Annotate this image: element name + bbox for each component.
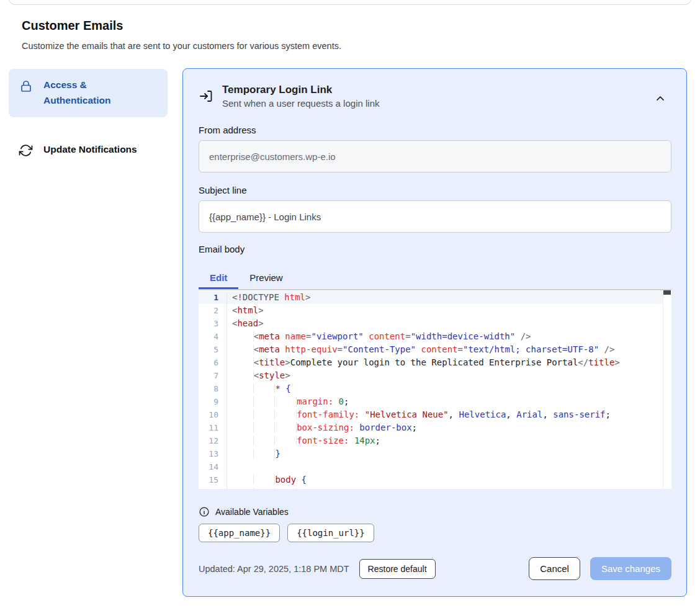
variable-chips: {{app_name}}{{login_url}} [199, 524, 671, 542]
line-number: 15 [199, 473, 227, 486]
line-number: 6 [199, 356, 227, 369]
line-number: 10 [199, 408, 227, 421]
code-line[interactable]: 6 <title>Complete your login to the Repl… [199, 356, 671, 369]
code-line-content: <!DOCTYPE html> [227, 291, 310, 304]
subject-line-input[interactable] [199, 200, 671, 233]
previous-card-edge [9, 0, 691, 5]
code-line-content: <meta http-equiv="Content-Type" content=… [227, 343, 614, 356]
line-number: 8 [199, 382, 227, 395]
code-line-content: * { [227, 382, 291, 395]
code-line-content: box-sizing: border-box; [227, 421, 417, 434]
code-line[interactable]: 4 <meta name="viewport" content="width=d… [199, 330, 671, 343]
code-line-content: <head> [227, 317, 264, 330]
code-line-content: <meta name="viewport" content="width=dev… [227, 330, 531, 343]
login-icon [199, 89, 213, 104]
panel-title: Temporary Login Link [222, 84, 379, 96]
code-line[interactable]: 8 * { [199, 382, 671, 395]
page-title: Customer Emails [22, 19, 123, 33]
line-number: 12 [199, 434, 227, 447]
code-line[interactable]: 1<!DOCTYPE html> [199, 291, 671, 304]
available-variables-row: Available Variables [199, 506, 671, 517]
updated-timestamp: Updated: Apr 29, 2025, 1:18 PM MDT [199, 564, 349, 574]
editor-scrollbar-thumb[interactable] [663, 290, 671, 295]
panel-footer: Updated: Apr 29, 2025, 1:18 PM MDT Resto… [199, 557, 671, 580]
code-line-content: margin: 0; [227, 395, 349, 408]
code-line[interactable]: 5 <meta http-equiv="Content-Type" conten… [199, 343, 671, 356]
email-body-label: Email body [199, 244, 671, 254]
code-line[interactable]: 2<html> [199, 304, 671, 317]
sidebar: Access & AuthenticationUpdate Notificati… [9, 69, 168, 167]
sidebar-item-update-notifications[interactable]: Update Notifications [9, 133, 168, 167]
subject-line-label: Subject line [199, 185, 671, 195]
code-line-content: <html> [227, 304, 264, 317]
editor-scrollbar[interactable] [663, 290, 671, 489]
code-line-content: <style> [227, 369, 290, 382]
code-line-content: } [227, 447, 280, 460]
sync-icon [19, 143, 34, 158]
code-line-content: font-size: 14px; [227, 434, 380, 447]
code-line-content: font-family: "Helvetica Neue", Helvetica… [227, 408, 611, 421]
editor-tabs: EditPreview [199, 267, 671, 289]
from-address-label: From address [199, 125, 671, 135]
code-line[interactable]: 3<head> [199, 317, 671, 330]
line-number: 2 [199, 304, 227, 317]
save-changes-button[interactable]: Save changes [590, 557, 671, 580]
line-number: 13 [199, 447, 227, 460]
code-line[interactable]: 11 box-sizing: border-box; [199, 421, 671, 434]
code-line[interactable]: 16 background-color: #ffffff; [199, 486, 671, 489]
chevron-up-icon[interactable] [654, 92, 666, 105]
panel-header: Temporary Login Link Sent when a user re… [199, 84, 671, 109]
restore-default-button[interactable]: Restore default [359, 559, 436, 579]
panel-subtitle: Sent when a user requests a login link [222, 98, 379, 109]
code-line-content: <title>Complete your login to the Replic… [227, 356, 620, 369]
line-number: 11 [199, 421, 227, 434]
code-line-content: body { [227, 473, 307, 486]
line-number: 14 [199, 460, 227, 473]
code-line[interactable]: 12 font-size: 14px; [199, 434, 671, 447]
line-number: 7 [199, 369, 227, 382]
sidebar-item-access-authentication[interactable]: Access & Authentication [9, 69, 168, 117]
panel-heading-text: Temporary Login Link Sent when a user re… [222, 84, 379, 109]
code-line[interactable]: 7 <style> [199, 369, 671, 382]
info-icon [199, 506, 210, 517]
line-number: 1 [199, 291, 227, 304]
available-variables-label: Available Variables [215, 507, 289, 517]
tab-preview[interactable]: Preview [238, 267, 294, 289]
code-line[interactable]: 15 body { [199, 473, 671, 486]
code-line[interactable]: 10 font-family: "Helvetica Neue", Helvet… [199, 408, 671, 421]
email-settings-panel: Temporary Login Link Sent when a user re… [182, 68, 687, 597]
line-number: 3 [199, 317, 227, 330]
code-line-content [227, 460, 232, 473]
code-lines: 1<!DOCTYPE html>2<html>3<head>4 <meta na… [199, 290, 671, 489]
sidebar-item-label: Update Notifications [43, 142, 137, 158]
code-line[interactable]: 13 } [199, 447, 671, 460]
lock-icon [19, 79, 34, 94]
sidebar-item-label: Access & Authentication [43, 78, 143, 109]
from-address-input[interactable] [199, 140, 671, 172]
line-number: 4 [199, 330, 227, 343]
code-line-content: background-color: #ffffff; [227, 486, 433, 489]
code-editor[interactable]: 1<!DOCTYPE html>2<html>3<head>4 <meta na… [199, 289, 671, 489]
variable-chip[interactable]: {{app_name}} [199, 524, 280, 542]
code-line[interactable]: 9 margin: 0; [199, 395, 671, 408]
cancel-button[interactable]: Cancel [529, 557, 580, 580]
line-number: 5 [199, 343, 227, 356]
page-subtitle: Customize the emails that are sent to yo… [22, 41, 341, 51]
tab-edit[interactable]: Edit [199, 267, 238, 289]
line-number: 16 [199, 486, 227, 489]
line-number: 9 [199, 395, 227, 408]
variable-chip[interactable]: {{login_url}} [287, 524, 374, 542]
code-line[interactable]: 14 [199, 460, 671, 473]
